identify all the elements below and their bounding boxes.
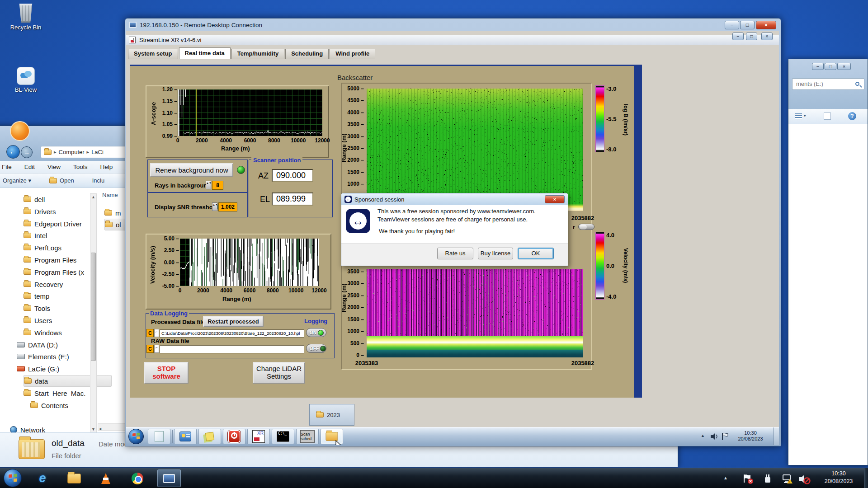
- remote-taskbar-notepad[interactable]: [148, 429, 170, 444]
- search-input[interactable]: ments (E:): [792, 78, 864, 90]
- tree-item-perflogs[interactable]: PerfLogs: [24, 242, 112, 253]
- tree-item-edgeport-driver[interactable]: Edgeport Driver: [24, 218, 112, 230]
- ok-button[interactable]: OK: [518, 248, 554, 259]
- rate-us-button[interactable]: Rate us: [437, 248, 473, 259]
- dialog-title-bar[interactable]: ↔ Sponsored session: [341, 193, 568, 205]
- back-button[interactable]: ←: [6, 145, 20, 159]
- remote-taskbar-command-prompt[interactable]: C:\_: [272, 429, 294, 444]
- rays-value[interactable]: 8: [212, 181, 223, 190]
- change-lidar-settings-button[interactable]: Change LiDARSettings: [253, 362, 305, 384]
- rdp-title-bar[interactable]: 192.168.0.150 - Remote Desktop Connectio…: [125, 19, 781, 31]
- renew-background-button[interactable]: Renew background now: [150, 163, 233, 177]
- tree-item-dell[interactable]: dell: [24, 193, 112, 205]
- power-plug-icon[interactable]: [762, 474, 774, 484]
- remote-volume-icon[interactable]: [710, 432, 719, 441]
- tree-item-contents[interactable]: Contents: [30, 399, 118, 411]
- desktop-icon-bl-view[interactable]: BL-View: [6, 67, 45, 93]
- remote-start-button[interactable]: [128, 429, 144, 444]
- organize-button[interactable]: Organize ▾: [3, 177, 31, 184]
- scrollbar-thumb[interactable]: [91, 253, 96, 361]
- tree-item-program-files-x[interactable]: Program Files (x: [24, 266, 112, 278]
- view-list-icon[interactable]: [795, 113, 802, 119]
- remote-taskbar-sticky-notes[interactable]: [198, 429, 221, 444]
- labview-close-button[interactable]: ×: [761, 33, 773, 40]
- tree-item-drivers[interactable]: Drivers: [24, 206, 112, 217]
- menu-item-file[interactable]: File: [2, 164, 12, 170]
- menu-item-tools[interactable]: Tools: [73, 164, 88, 170]
- include-button[interactable]: Inclu: [92, 177, 104, 184]
- el-value[interactable]: 089.999: [272, 192, 313, 206]
- tree-item-intel[interactable]: Intel: [24, 230, 112, 241]
- remote-hidden-icons-button[interactable]: ▲: [701, 433, 705, 438]
- taskbar-remote-desktop[interactable]: [157, 469, 181, 487]
- buy-license-button[interactable]: Buy license: [478, 248, 513, 259]
- tab-real-time-data[interactable]: Real time data: [179, 47, 231, 59]
- view-dropdown-icon[interactable]: ▾: [804, 113, 806, 118]
- remote-taskbar-labview-xr[interactable]: XR: [247, 429, 270, 444]
- maximize-button[interactable]: □: [740, 21, 755, 29]
- close-button[interactable]: ×: [837, 63, 851, 70]
- remote-clock[interactable]: 10:3020/08/2023: [734, 430, 767, 442]
- tree-item-tools[interactable]: Tools: [24, 302, 112, 314]
- tree-item-windows[interactable]: Windows: [24, 327, 112, 338]
- taskbar-media-player[interactable]: [94, 469, 118, 487]
- raw-logging-toggle[interactable]: OFF: [306, 344, 326, 353]
- tree-item-temp[interactable]: temp: [24, 290, 112, 302]
- raw-drive-selector[interactable]: C: [146, 345, 154, 353]
- tree-item-users[interactable]: Users: [24, 314, 112, 326]
- tree-item-start-here-mac-[interactable]: Start_Here_Mac.: [24, 387, 112, 399]
- breadcrumb-item-computer[interactable]: Computer: [59, 149, 85, 155]
- dialog-close-button[interactable]: ×: [545, 195, 565, 203]
- hidden-icons-button[interactable]: ▲: [723, 475, 728, 480]
- desktop-icon-recycle-bin[interactable]: Recycle Bin: [6, 4, 45, 31]
- labview-title-bar[interactable]: StreamLine XR v14-6.vi: [126, 35, 779, 45]
- minimize-button[interactable]: −: [725, 21, 739, 29]
- taskbar-preview-popup[interactable]: 2023: [309, 404, 354, 426]
- snr-value[interactable]: 1.002: [218, 202, 237, 211]
- menu-item-view[interactable]: View: [47, 164, 61, 170]
- scroll-up-icon[interactable]: ▲: [90, 195, 96, 199]
- rays-stepper[interactable]: ▲▼: [206, 181, 211, 189]
- remote-language-flag-icon[interactable]: [721, 432, 730, 441]
- taskbar-internet-explorer[interactable]: e: [31, 469, 54, 487]
- raw-path-type-icon[interactable]: [154, 345, 159, 353]
- velocity-heatmap[interactable]: [367, 269, 583, 357]
- remote-taskbar-stop-vi[interactable]: [223, 429, 245, 444]
- tab-system-setup[interactable]: System setup: [128, 49, 178, 59]
- forward-button[interactable]: →: [21, 146, 33, 158]
- start-button[interactable]: [4, 469, 22, 487]
- stop-software-button[interactable]: STOPsoftware: [144, 362, 189, 384]
- velocity-plot-area[interactable]: [180, 239, 319, 286]
- network-warning-icon[interactable]: !: [781, 474, 794, 484]
- column-header-name[interactable]: Name: [102, 192, 118, 198]
- open-button[interactable]: Open: [49, 177, 74, 184]
- restart-processed-button[interactable]: Restart processed file: [203, 316, 264, 327]
- vertical-scrollbar[interactable]: ▲ ▼: [90, 193, 97, 433]
- tree-item-program-files[interactable]: Program Files: [24, 254, 112, 266]
- help-icon[interactable]: ?: [848, 112, 856, 120]
- taskbar-windows-explorer[interactable]: [62, 469, 86, 487]
- raw-path-field[interactable]: [160, 345, 304, 353]
- tab-wind-profile[interactable]: Wind profile: [330, 49, 375, 59]
- processed-drive-selector[interactable]: C: [146, 329, 154, 337]
- remote-taskbar-scan-scheduler[interactable]: Scansched: [296, 429, 319, 444]
- remote-taskbar-control-panel[interactable]: [174, 429, 197, 444]
- processed-path-field[interactable]: C:\Lidar\Data\Proc\2023\202308\20230820\…: [160, 329, 304, 338]
- taskbar-chrome[interactable]: [126, 469, 149, 487]
- preview-pane-icon[interactable]: [824, 113, 831, 120]
- processed-logging-toggle[interactable]: ON: [306, 328, 326, 337]
- action-center-icon[interactable]: [742, 474, 754, 484]
- minimize-button[interactable]: −: [812, 63, 824, 70]
- volume-muted-icon[interactable]: [798, 474, 811, 484]
- az-value[interactable]: 090.000: [272, 169, 313, 182]
- labview-restore-button[interactable]: □: [746, 33, 757, 40]
- ascope-plot-area[interactable]: [178, 89, 322, 136]
- snr-stepper[interactable]: ▲▼: [212, 202, 217, 211]
- menu-item-help[interactable]: Help: [100, 164, 113, 170]
- labview-minimize-button[interactable]: −: [732, 33, 744, 40]
- tab-temp-humidity[interactable]: Temp/humidity: [231, 49, 284, 59]
- tab-scheduling[interactable]: Scheduling: [285, 49, 329, 59]
- tree-item-recovery[interactable]: Recovery: [24, 278, 112, 290]
- tree-item-data[interactable]: data: [24, 375, 112, 387]
- clock[interactable]: 10:30 20/08/2023: [814, 470, 863, 485]
